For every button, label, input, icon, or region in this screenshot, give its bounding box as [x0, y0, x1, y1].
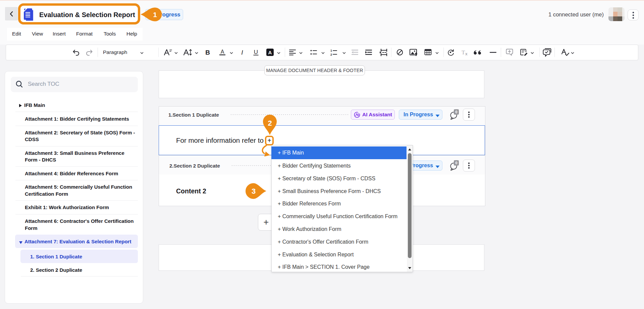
- svg-text:T: T: [462, 49, 465, 56]
- svg-text:B: B: [205, 49, 210, 56]
- svg-text:I: I: [241, 49, 243, 56]
- svg-text:x: x: [465, 52, 468, 56]
- svg-text:2: 2: [268, 119, 272, 127]
- svg-text:1: 1: [330, 49, 332, 52]
- svg-text:A: A: [221, 49, 224, 55]
- svg-text:U: U: [254, 49, 258, 55]
- svg-text:1: 1: [153, 11, 157, 18]
- svg-text:3: 3: [252, 187, 256, 195]
- svg-text:A: A: [268, 50, 272, 55]
- svg-text:2: 2: [330, 53, 332, 56]
